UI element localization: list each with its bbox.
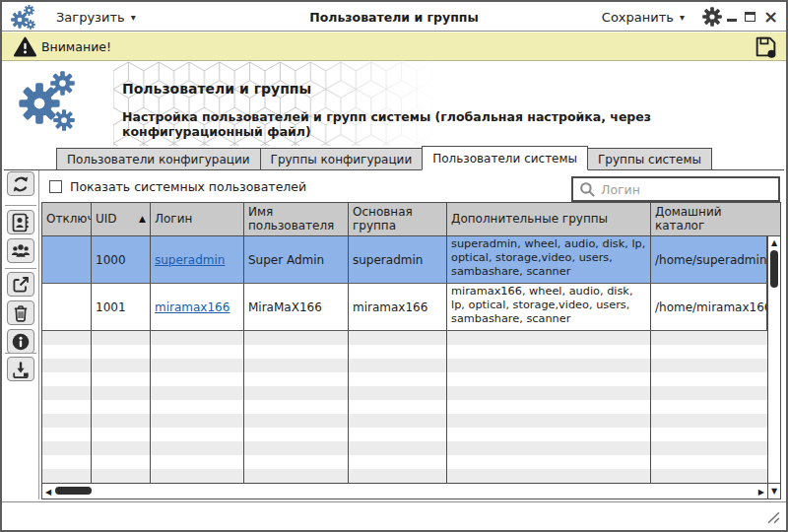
save-menu-label: Сохранить: [602, 10, 674, 25]
refresh-icon: [11, 174, 31, 194]
cell-login: superadmin: [151, 236, 244, 283]
window-controls: ×: [727, 2, 778, 32]
scroll-up-icon[interactable]: ▲: [768, 238, 780, 247]
page-title: Пользователи и группы: [122, 81, 311, 97]
column-label: Имя пользователя: [248, 206, 344, 233]
cell-primary-group: superadmin: [349, 236, 447, 283]
info-button[interactable]: [7, 329, 34, 354]
title-bar: Загрузить ▾ Пользователи и группы Сохран…: [2, 2, 786, 32]
vertical-scrollbar[interactable]: ▲: [767, 236, 780, 483]
restore-window-icon[interactable]: [745, 12, 755, 22]
show-system-users-label: Показать системных пользователей: [70, 176, 306, 196]
page-header: Пользователи и группы Настройка пользова…: [2, 61, 786, 147]
refresh-button[interactable]: [7, 171, 34, 196]
empty-rows-area: [42, 331, 767, 483]
column-gridline: [348, 331, 349, 483]
address-book-icon: [11, 213, 31, 233]
load-menu-button[interactable]: Загрузить ▾: [56, 2, 136, 32]
save-config-floppy-icon[interactable]: [754, 34, 778, 59]
table-header-row: Отключ UID ▲ Логин Имя пользователя Осно…: [42, 203, 780, 236]
tab-system-groups[interactable]: Группы системы: [587, 148, 712, 170]
search-icon: [579, 181, 596, 198]
table-row-superadmin[interactable]: 1000 superadmin Super Admin superadmin s…: [42, 236, 767, 284]
column-header-login[interactable]: Логин: [151, 203, 244, 235]
user-login-link[interactable]: miramax166: [155, 300, 230, 314]
page-subtitle: Настройка пользователей и групп системы …: [122, 109, 786, 139]
column-label: Основная группа: [353, 206, 442, 233]
column-header-disabled[interactable]: Отключ: [42, 203, 92, 235]
download-button[interactable]: [7, 357, 34, 381]
resize-grip-icon[interactable]: [766, 510, 781, 525]
table-row-miramax166[interactable]: 1001 miramax166 MiraMaX166 miramax166 mi…: [42, 284, 767, 331]
export-icon: [11, 275, 31, 295]
users-group-button[interactable]: [7, 238, 34, 263]
column-header-primary-group[interactable]: Основная группа: [349, 203, 447, 235]
toolbar-separator: [5, 353, 36, 354]
toolbar-separator: [5, 268, 36, 269]
close-icon[interactable]: ×: [763, 8, 778, 26]
cell-disabled: [42, 284, 92, 330]
toolbar-divider: [38, 170, 39, 499]
minimize-icon[interactable]: [727, 19, 737, 22]
login-search-box: [571, 176, 780, 202]
user-login-link[interactable]: superadmin: [155, 253, 225, 267]
warning-text: Внимание!: [41, 33, 111, 60]
column-gridline: [243, 331, 244, 483]
system-users-table: Отключ UID ▲ Логин Имя пользователя Осно…: [41, 202, 781, 499]
trash-icon: [11, 303, 31, 323]
delete-button[interactable]: [7, 300, 34, 325]
sort-ascending-icon: ▲: [135, 214, 146, 224]
status-bar: [2, 502, 786, 530]
column-gridline: [446, 331, 447, 483]
vertical-scroll-thumb[interactable]: [770, 250, 778, 288]
cell-disabled: [42, 236, 92, 283]
app-logo-gears-icon: [11, 4, 38, 31]
load-menu-label: Загрузить: [56, 10, 125, 25]
column-label: Дополнительные группы: [451, 213, 608, 227]
cell-uid: 1001: [92, 284, 151, 330]
cell-home-dir: /home/miramax166: [651, 284, 767, 330]
cell-home-dir: /home/superadmin: [651, 236, 767, 283]
cell-additional-groups: miramax166, wheel, audio, disk, lp, opti…: [447, 284, 651, 330]
column-label: Логин: [155, 213, 192, 227]
tab-label: Группы конфигурации: [271, 153, 413, 166]
show-system-users-checkbox[interactable]: [49, 180, 62, 193]
chevron-down-icon: ▾: [131, 12, 136, 23]
download-icon: [11, 360, 31, 379]
save-menu-button[interactable]: Сохранить ▾: [602, 2, 685, 32]
tab-label: Пользователи системы: [432, 152, 577, 166]
users-group-icon: [11, 241, 31, 261]
warning-bar: Внимание!: [2, 33, 786, 61]
cell-username: MiraMaX166: [244, 284, 349, 330]
cell-uid: 1000: [92, 236, 151, 283]
column-header-username[interactable]: Имя пользователя: [244, 203, 349, 235]
tab-bar: Пользователи конфигурации Группы конфигу…: [56, 148, 711, 170]
cell-username: Super Admin: [244, 236, 349, 283]
column-gridline: [650, 331, 651, 483]
settings-gear-icon[interactable]: [701, 6, 723, 28]
column-header-uid[interactable]: UID ▲: [92, 203, 151, 235]
scroll-left-icon[interactable]: ◀: [45, 485, 51, 499]
user-card-button[interactable]: [7, 210, 34, 234]
warning-triangle-icon: [14, 36, 36, 57]
app-window: Загрузить ▾ Пользователи и группы Сохран…: [0, 0, 788, 532]
tab-config-groups[interactable]: Группы конфигурации: [260, 148, 424, 170]
cell-login: miramax166: [151, 284, 244, 330]
tab-label: Группы системы: [598, 153, 701, 166]
horizontal-scrollbar[interactable]: ◀ ▶: [42, 483, 767, 499]
cell-primary-group: miramax166: [349, 284, 447, 330]
column-header-additional-groups[interactable]: Дополнительные группы: [447, 203, 651, 235]
chevron-down-icon: ▾: [680, 12, 685, 23]
column-gridline: [150, 331, 151, 483]
scroll-right-icon[interactable]: ▶: [758, 485, 764, 499]
column-label: Отключ: [46, 213, 92, 227]
cell-additional-groups: superadmin, wheel, audio, disk, lp, opti…: [447, 236, 651, 283]
tab-config-users[interactable]: Пользователи конфигурации: [56, 148, 261, 170]
column-header-home-dir[interactable]: Домашний каталог: [651, 203, 767, 235]
search-input[interactable]: [601, 182, 778, 197]
scroll-down-icon[interactable]: ▼: [767, 483, 780, 499]
tab-system-users[interactable]: Пользователи системы: [422, 146, 588, 170]
horizontal-scroll-thumb[interactable]: [55, 487, 92, 495]
info-icon: [11, 332, 31, 352]
export-button[interactable]: [7, 272, 34, 297]
